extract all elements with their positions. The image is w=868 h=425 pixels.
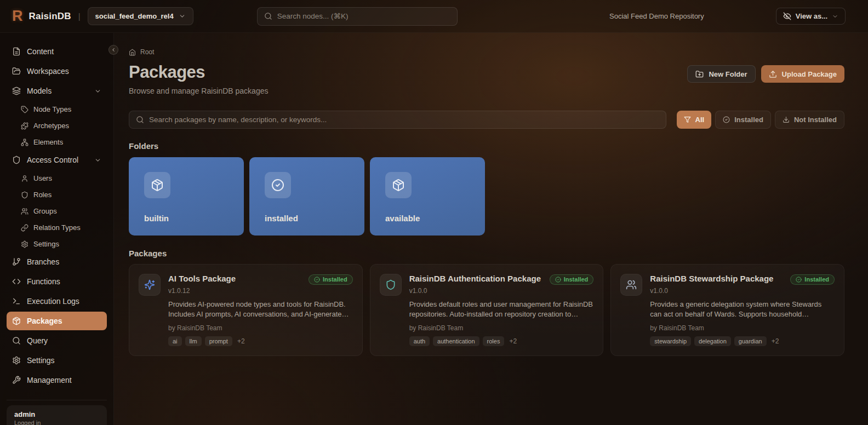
- search-icon: [136, 116, 144, 124]
- filter-all[interactable]: All: [677, 111, 712, 129]
- chevron-down-icon: [179, 13, 186, 20]
- folder-card-builtin[interactable]: builtin: [129, 157, 244, 236]
- sidebar-item-elements[interactable]: Elements: [7, 134, 107, 150]
- git-branch-icon: [12, 257, 21, 266]
- sidebar-item-node-types[interactable]: Node Types: [7, 101, 107, 117]
- package-title: RaisinDB Stewardship Package: [650, 274, 773, 284]
- view-as-button[interactable]: View as...: [776, 8, 846, 25]
- repository-selector[interactable]: social_feed_demo_rel4: [88, 7, 193, 25]
- installed-badge: Installed: [550, 274, 594, 285]
- folder-open-icon: [12, 67, 21, 76]
- filter-not-installed[interactable]: Not Installed: [775, 111, 844, 129]
- package-author: by RaisinDB Team: [650, 324, 835, 332]
- tag: authentication: [433, 336, 479, 346]
- page-header-text: Packages Browse and manage RaisinDB pack…: [129, 62, 268, 95]
- sidebar-item-content[interactable]: Content: [7, 42, 107, 61]
- package-icon: [12, 317, 21, 325]
- sidebar-item-label: Elements: [33, 138, 63, 146]
- more-tags-count: +2: [509, 337, 517, 345]
- file-text-icon: [12, 47, 21, 56]
- new-folder-button[interactable]: New Folder: [687, 65, 755, 83]
- sidebar-item-workspaces[interactable]: Workspaces: [7, 62, 107, 81]
- folder-name: available: [385, 214, 470, 223]
- sidebar-item-label: Content: [27, 47, 54, 56]
- gear-icon: [12, 356, 21, 365]
- sidebar-item-groups[interactable]: Groups: [7, 203, 107, 219]
- package-icon-square: [620, 274, 642, 296]
- users-icon: [21, 208, 28, 215]
- sparkles-icon: [144, 279, 155, 290]
- topbar-separator: |: [78, 12, 81, 21]
- sidebar-item-label: Roles: [33, 191, 52, 199]
- upload-package-label: Upload Package: [782, 70, 837, 78]
- tag: guardian: [734, 336, 767, 346]
- package-body: AI Tools Package Installed v1.0.12 Provi…: [168, 274, 353, 346]
- filter-icon: [684, 116, 691, 123]
- package-search[interactable]: [129, 111, 666, 129]
- sidebar-item-packages[interactable]: Packages: [7, 312, 107, 330]
- search-icon: [12, 336, 21, 345]
- package-version: v1.0.0: [409, 287, 594, 295]
- sidebar-item-label: Branches: [27, 257, 59, 266]
- package-tags: ai llm prompt +2: [168, 336, 353, 346]
- sidebar-item-relation-types[interactable]: Relation Types: [7, 220, 107, 236]
- topbar-right: Social Feed Demo Repository View as...: [609, 8, 846, 25]
- sidebar-item-access-settings[interactable]: Settings: [7, 236, 107, 252]
- sidebar-item-label: Relation Types: [33, 223, 81, 232]
- upload-package-button[interactable]: Upload Package: [761, 65, 844, 83]
- folder-list: builtin installed available: [129, 157, 844, 236]
- filter-installed-label: Installed: [734, 116, 763, 124]
- package-description: Provides default roles and user manageme…: [409, 300, 594, 319]
- sidebar-item-query[interactable]: Query: [7, 331, 107, 350]
- shield-icon: [12, 156, 21, 164]
- circle-check-icon: [271, 179, 284, 192]
- repository-selector-label: social_feed_demo_rel4: [95, 12, 174, 20]
- new-folder-label: New Folder: [709, 70, 747, 78]
- package-search-input[interactable]: [149, 116, 659, 124]
- folder-card-available[interactable]: available: [370, 157, 485, 236]
- installed-badge-label: Installed: [564, 276, 589, 283]
- package-body: RaisinDB Stewardship Package Installed v…: [650, 274, 835, 346]
- filter-installed[interactable]: Installed: [715, 111, 771, 129]
- sidebar-item-label: Execution Logs: [27, 297, 79, 306]
- page-header: Packages Browse and manage RaisinDB pack…: [129, 62, 844, 95]
- shield-icon: [385, 279, 396, 290]
- sidebar-item-execution-logs[interactable]: Execution Logs: [7, 292, 107, 311]
- sidebar-item-label: Users: [33, 174, 52, 182]
- sidebar-item-models[interactable]: Models: [7, 82, 107, 100]
- global-search-input[interactable]: [277, 12, 450, 20]
- sidebar-item-settings[interactable]: Settings: [7, 351, 107, 370]
- sidebar-item-label: Models: [27, 87, 52, 95]
- package-card-ai-tools[interactable]: AI Tools Package Installed v1.0.12 Provi…: [129, 264, 363, 356]
- package-card-stewardship[interactable]: RaisinDB Stewardship Package Installed v…: [610, 264, 844, 356]
- global-search[interactable]: [257, 7, 458, 26]
- code-icon: [12, 277, 21, 286]
- sidebar-collapse-button[interactable]: [108, 45, 118, 55]
- package-card-authentication[interactable]: RaisinDB Authentication Package Installe…: [370, 264, 604, 356]
- sidebar-item-functions[interactable]: Functions: [7, 272, 107, 291]
- home-icon: [129, 49, 136, 56]
- sidebar-item-access-control[interactable]: Access Control: [7, 151, 107, 169]
- filter-all-label: All: [695, 116, 705, 124]
- gear-icon: [21, 240, 28, 248]
- wrench-icon: [12, 376, 21, 384]
- package-description: Provides AI-powered node types and tools…: [168, 300, 353, 319]
- installed-badge: Installed: [790, 274, 835, 285]
- sidebar-item-users[interactable]: Users: [7, 170, 107, 186]
- page-subtitle: Browse and manage RaisinDB packages: [129, 87, 268, 95]
- breadcrumb-root: Root: [140, 48, 154, 56]
- terminal-icon: [12, 297, 21, 306]
- package-author: by RaisinDB Team: [409, 324, 594, 332]
- sidebar-item-management[interactable]: Management: [7, 371, 107, 389]
- folder-card-installed[interactable]: installed: [249, 157, 364, 236]
- installed-badge-label: Installed: [323, 276, 347, 283]
- sidebar-item-roles[interactable]: Roles: [7, 187, 107, 203]
- package-title: AI Tools Package: [168, 274, 236, 284]
- sidebar-item-branches[interactable]: Branches: [7, 252, 107, 271]
- breadcrumb[interactable]: Root: [129, 48, 844, 56]
- tag: roles: [483, 336, 505, 346]
- raisindb-logo: R: [12, 9, 23, 24]
- user-card[interactable]: admin Logged in: [7, 405, 107, 425]
- check-circle-icon: [723, 116, 730, 123]
- sidebar-item-archetypes[interactable]: Archetypes: [7, 118, 107, 134]
